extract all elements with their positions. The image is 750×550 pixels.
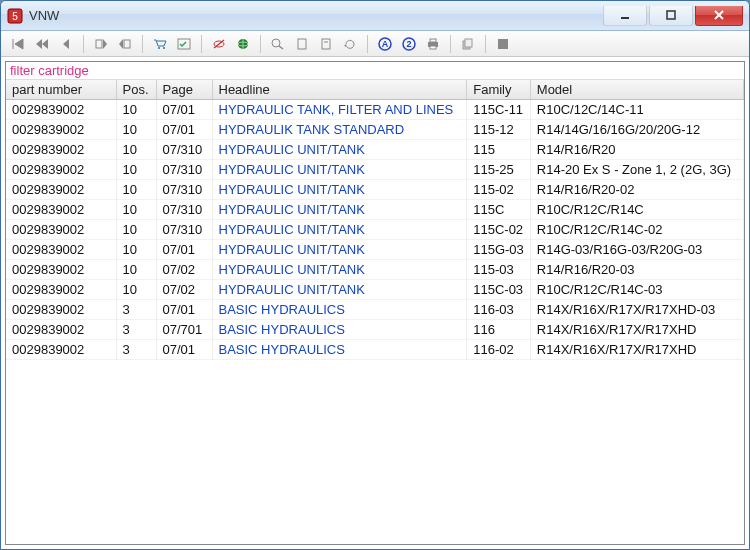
toolbar-separator bbox=[142, 35, 143, 53]
table-row[interactable]: 00298390021007/01HYDRAULIC TANK, FILTER … bbox=[6, 100, 744, 120]
svg-rect-19 bbox=[322, 39, 330, 49]
cell-page: 07/01 bbox=[156, 100, 212, 120]
cell-headline: HYDRAULIC UNIT/TANK bbox=[212, 220, 467, 240]
col-model[interactable]: Model bbox=[530, 80, 743, 100]
table-row[interactable]: 00298390021007/02HYDRAULIC UNIT/TANK115-… bbox=[6, 260, 744, 280]
cell-part: 0029839002 bbox=[6, 160, 116, 180]
cell-part: 0029839002 bbox=[6, 320, 116, 340]
two-circle-button[interactable]: 2 bbox=[398, 34, 420, 54]
svg-rect-30 bbox=[498, 39, 508, 49]
table-row[interactable]: 00298390021007/310HYDRAULIC UNIT/TANK115… bbox=[6, 160, 744, 180]
minimize-button[interactable] bbox=[603, 6, 647, 26]
cell-pos: 3 bbox=[116, 300, 156, 320]
print-button[interactable] bbox=[422, 34, 444, 54]
cell-model: R14G-03/R16G-03/R20G-03 bbox=[530, 240, 743, 260]
page2-button[interactable] bbox=[315, 34, 337, 54]
nav-first-button[interactable] bbox=[7, 34, 29, 54]
cart-button[interactable] bbox=[149, 34, 171, 54]
svg-text:2: 2 bbox=[406, 39, 411, 49]
svg-rect-3 bbox=[667, 11, 675, 19]
cell-pos: 10 bbox=[116, 140, 156, 160]
cell-page: 07/01 bbox=[156, 340, 212, 360]
cell-headline: HYDRAULIC TANK, FILTER AND LINES bbox=[212, 100, 467, 120]
table-row[interactable]: 00298390021007/310HYDRAULIC UNIT/TANK115… bbox=[6, 180, 744, 200]
cell-pos: 10 bbox=[116, 120, 156, 140]
no-eye-button[interactable] bbox=[208, 34, 230, 54]
table-row[interactable]: 00298390021007/310HYDRAULIC UNIT/TANK115… bbox=[6, 140, 744, 160]
cell-model: R14/14G/16/16G/20/20G-12 bbox=[530, 120, 743, 140]
cell-part: 0029839002 bbox=[6, 180, 116, 200]
content-area: filter cartridge part number Pos. Page H… bbox=[5, 61, 745, 545]
a-circle-button[interactable]: A bbox=[374, 34, 396, 54]
cell-family: 115C-02 bbox=[467, 220, 531, 240]
table-row[interactable]: 00298390021007/01HYDRAULIK TANK STANDARD… bbox=[6, 120, 744, 140]
cell-headline: BASIC HYDRAULICS bbox=[212, 300, 467, 320]
doc-stack-button[interactable] bbox=[457, 34, 479, 54]
cell-pos: 10 bbox=[116, 240, 156, 260]
col-part-number[interactable]: part number bbox=[6, 80, 116, 100]
cell-headline: HYDRAULIC UNIT/TANK bbox=[212, 280, 467, 300]
cell-headline: HYDRAULIC UNIT/TANK bbox=[212, 200, 467, 220]
svg-point-16 bbox=[272, 39, 280, 47]
svg-rect-6 bbox=[96, 40, 102, 48]
cell-model: R14/R16/R20-03 bbox=[530, 260, 743, 280]
cell-part: 0029839002 bbox=[6, 200, 116, 220]
svg-rect-27 bbox=[430, 46, 436, 49]
page-button[interactable] bbox=[291, 34, 313, 54]
stop-button[interactable] bbox=[492, 34, 514, 54]
cell-pos: 10 bbox=[116, 280, 156, 300]
col-page[interactable]: Page bbox=[156, 80, 212, 100]
cell-part: 0029839002 bbox=[6, 140, 116, 160]
checked-list-button[interactable] bbox=[173, 34, 195, 54]
cell-part: 0029839002 bbox=[6, 120, 116, 140]
cell-model: R14-20 Ex S - Zone 1, 2 (2G, 3G) bbox=[530, 160, 743, 180]
maximize-button[interactable] bbox=[649, 6, 693, 26]
svg-rect-7 bbox=[124, 40, 130, 48]
cell-headline: HYDRAULIC UNIT/TANK bbox=[212, 140, 467, 160]
cell-model: R10C/R12C/R14C-02 bbox=[530, 220, 743, 240]
col-pos[interactable]: Pos. bbox=[116, 80, 156, 100]
unmark-button[interactable] bbox=[114, 34, 136, 54]
cell-pos: 3 bbox=[116, 320, 156, 340]
cell-headline: HYDRAULIC UNIT/TANK bbox=[212, 160, 467, 180]
cell-page: 07/02 bbox=[156, 280, 212, 300]
table-row[interactable]: 0029839002307/01BASIC HYDRAULICS116-03R1… bbox=[6, 300, 744, 320]
cell-family: 115-12 bbox=[467, 120, 531, 140]
table-row[interactable]: 00298390021007/02HYDRAULIC UNIT/TANK115C… bbox=[6, 280, 744, 300]
table-row[interactable]: 00298390021007/310HYDRAULIC UNIT/TANK115… bbox=[6, 220, 744, 240]
cell-page: 07/310 bbox=[156, 160, 212, 180]
cell-page: 07/310 bbox=[156, 180, 212, 200]
filter-label: filter cartridge bbox=[6, 62, 744, 80]
table-row[interactable]: 0029839002307/701BASIC HYDRAULICS116R14X… bbox=[6, 320, 744, 340]
titlebar[interactable]: 5 VNW bbox=[1, 1, 749, 31]
table-header-row: part number Pos. Page Headline Family Mo… bbox=[6, 80, 744, 100]
nav-back-button[interactable] bbox=[55, 34, 77, 54]
col-headline[interactable]: Headline bbox=[212, 80, 467, 100]
toolbar-separator bbox=[367, 35, 368, 53]
globe-button[interactable] bbox=[232, 34, 254, 54]
close-button[interactable] bbox=[695, 6, 743, 26]
svg-rect-29 bbox=[465, 39, 472, 47]
cell-page: 07/02 bbox=[156, 260, 212, 280]
table-row[interactable]: 00298390021007/01HYDRAULIC UNIT/TANK115G… bbox=[6, 240, 744, 260]
nav-fastback-button[interactable] bbox=[31, 34, 53, 54]
cell-pos: 10 bbox=[116, 200, 156, 220]
svg-text:A: A bbox=[382, 39, 389, 49]
cell-family: 115-03 bbox=[467, 260, 531, 280]
cell-model: R14/R16/R20-02 bbox=[530, 180, 743, 200]
cycle-button[interactable] bbox=[339, 34, 361, 54]
toolbar: A 2 bbox=[1, 31, 749, 57]
cell-headline: HYDRAULIK TANK STANDARD bbox=[212, 120, 467, 140]
app-window: 5 VNW A 2 filter ca bbox=[0, 0, 750, 550]
cell-family: 115G-03 bbox=[467, 240, 531, 260]
cell-family: 115C-03 bbox=[467, 280, 531, 300]
zoom-button[interactable] bbox=[267, 34, 289, 54]
mark-button[interactable] bbox=[90, 34, 112, 54]
cell-headline: HYDRAULIC UNIT/TANK bbox=[212, 240, 467, 260]
cell-pos: 10 bbox=[116, 180, 156, 200]
svg-line-17 bbox=[279, 46, 283, 49]
toolbar-separator bbox=[260, 35, 261, 53]
table-row[interactable]: 00298390021007/310HYDRAULIC UNIT/TANK115… bbox=[6, 200, 744, 220]
table-row[interactable]: 0029839002307/01BASIC HYDRAULICS116-02R1… bbox=[6, 340, 744, 360]
col-family[interactable]: Family bbox=[467, 80, 531, 100]
